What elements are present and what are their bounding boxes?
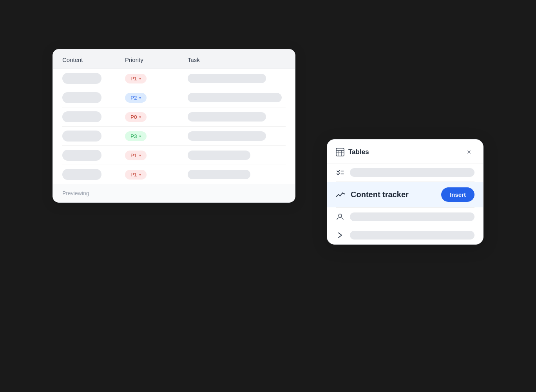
content-cell-3 xyxy=(62,111,101,122)
chevron-down-icon: ▾ xyxy=(139,115,141,119)
col-header-task: Task xyxy=(188,49,286,69)
table-panel: Content Priority Task P1 ▾ P2 xyxy=(53,49,295,203)
content-cell-4 xyxy=(62,131,101,142)
priority-badge-p2[interactable]: P2 ▾ xyxy=(125,93,147,103)
close-button[interactable]: × xyxy=(464,147,474,158)
task-cell-4 xyxy=(188,131,266,141)
task-cell-3 xyxy=(188,112,266,122)
checklist-item-label xyxy=(350,168,474,177)
col-header-priority: Priority xyxy=(125,49,188,69)
popup-panel: Tables × Content xyxy=(327,139,483,245)
table-footer: Previewing xyxy=(53,184,295,202)
popup-item-content-tracker[interactable]: Content tracker Insert xyxy=(327,182,483,207)
svg-rect-0 xyxy=(336,148,344,156)
popup-item-person[interactable] xyxy=(327,208,483,226)
chevron-down-icon: ▾ xyxy=(139,76,141,81)
priority-badge-p1-2[interactable]: P1 ▾ xyxy=(125,151,147,160)
person-icon xyxy=(336,212,344,221)
chevron-down-icon: ▾ xyxy=(139,172,141,177)
task-cell-2 xyxy=(188,93,282,102)
col-header-content: Content xyxy=(62,49,125,69)
table-row: P1 ▾ xyxy=(62,69,286,88)
previewing-label: Previewing xyxy=(62,190,89,196)
content-cell-1 xyxy=(62,73,101,84)
priority-badge-p1-3[interactable]: P1 ▾ xyxy=(125,170,147,180)
trending-icon xyxy=(336,190,345,200)
task-cell-5 xyxy=(188,151,250,160)
table-row: P0 ▾ xyxy=(62,107,286,127)
priority-badge-p3[interactable]: P3 ▾ xyxy=(125,131,147,141)
person-item-label xyxy=(350,212,474,221)
table-row: P3 ▾ xyxy=(62,127,286,146)
popup-header: Tables × xyxy=(327,140,483,163)
popup-item-checklist[interactable] xyxy=(327,163,483,181)
table-body: P1 ▾ P2 ▾ P0 ▾ xyxy=(53,69,295,184)
checklist-icon xyxy=(336,168,344,177)
chevron-down-icon: ▾ xyxy=(139,96,141,100)
task-cell-1 xyxy=(188,74,266,83)
popup-item-more[interactable] xyxy=(327,226,483,244)
chevron-down-icon: ▾ xyxy=(139,134,141,138)
table-row: P1 ▾ xyxy=(62,165,286,184)
insert-button[interactable]: Insert xyxy=(441,187,474,202)
popup-title: Tables xyxy=(348,148,369,156)
content-cell-5 xyxy=(62,150,101,161)
priority-badge-p1-1[interactable]: P1 ▾ xyxy=(125,74,147,83)
chevron-right-icon xyxy=(336,231,344,240)
table-row: P2 ▾ xyxy=(62,88,286,107)
chevron-down-icon: ▾ xyxy=(139,153,141,158)
table-row: P1 ▾ xyxy=(62,146,286,165)
more-item-label xyxy=(350,231,474,240)
content-tracker-label: Content tracker xyxy=(351,190,436,199)
task-cell-6 xyxy=(188,170,250,179)
content-cell-2 xyxy=(62,92,101,103)
priority-badge-p0[interactable]: P0 ▾ xyxy=(125,112,147,122)
popup-title-group: Tables xyxy=(336,148,369,156)
table-header: Content Priority Task xyxy=(53,49,295,69)
svg-point-7 xyxy=(339,214,342,217)
tables-icon xyxy=(336,148,344,156)
content-cell-6 xyxy=(62,169,101,180)
